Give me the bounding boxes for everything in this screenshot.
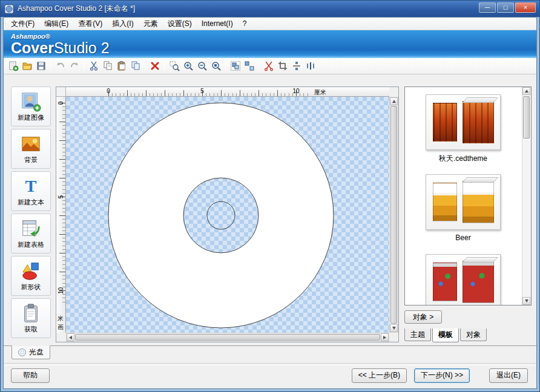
- objects-button[interactable]: 对象 >: [404, 310, 442, 324]
- ungroup-icon: [244, 60, 255, 71]
- footer: 帮助 << 上一步(B) 下一步(N) >> 退出(E): [4, 366, 536, 387]
- ruler-v-label-5: 5: [58, 193, 64, 201]
- tab-disc[interactable]: 光盘: [12, 345, 50, 359]
- ruler-ticks: [56, 103, 65, 302]
- tab-theme[interactable]: 主题: [404, 328, 431, 341]
- app-body: 文件(F) 编辑(E) 查看(V) 插入(I) 元素 设置(S) Interne…: [3, 17, 537, 389]
- trim-button[interactable]: [262, 59, 275, 73]
- template-list-scrollbar[interactable]: [522, 87, 531, 305]
- previous-step-button[interactable]: << 上一步(B): [352, 368, 407, 383]
- tab-template[interactable]: 模板: [432, 328, 459, 342]
- new-table-label: 新建表格: [18, 240, 44, 249]
- next-step-button[interactable]: 下一步(N) >>: [414, 368, 470, 383]
- new-shape-label: 新形状: [21, 283, 41, 292]
- new-image-button[interactable]: 新建图像: [11, 87, 51, 126]
- zoom-region-button[interactable]: [167, 59, 181, 73]
- menu-insert[interactable]: 插入(I): [107, 18, 138, 30]
- scroll-left-button[interactable]: [67, 333, 74, 341]
- exit-button[interactable]: 退出(E): [489, 368, 528, 383]
- scrollbar-thumb[interactable]: [390, 106, 397, 324]
- distribute-vertical-button[interactable]: [289, 59, 303, 73]
- save-button[interactable]: [34, 59, 48, 73]
- menu-help[interactable]: ?: [238, 18, 252, 29]
- acquire-button[interactable]: 获取: [11, 298, 51, 338]
- distribute-horizontal-button[interactable]: [303, 59, 317, 73]
- toolbar: [4, 58, 536, 74]
- new-image-label: 新建图像: [18, 113, 44, 122]
- case-3d-preview: [463, 181, 494, 223]
- panel-tabs: 主题 模板 对象: [404, 328, 532, 342]
- app-window: Ashampoo Cover Studio 2 [未命名 *] ─ □ × 文件…: [0, 0, 540, 392]
- ruler-v-char-hua: 画: [58, 323, 64, 332]
- ungroup-button[interactable]: [242, 59, 256, 73]
- brand-banner: Ashampoo® CoverStudio 2: [4, 30, 536, 58]
- save-icon: [36, 60, 47, 71]
- horizontal-ruler: 0 5 10 厘米: [66, 87, 389, 97]
- ruler-h-label-0: 0: [107, 88, 110, 94]
- tab-object[interactable]: 对象: [460, 328, 487, 341]
- scroll-up-button[interactable]: [390, 97, 398, 105]
- redo-icon: [69, 60, 80, 71]
- template-thumbnail: [426, 254, 501, 305]
- disc-design-canvas[interactable]: [66, 97, 389, 333]
- disc-hole-circle[interactable]: [207, 201, 235, 229]
- new-table-button[interactable]: 新建表格: [11, 214, 51, 253]
- scroll-right-button[interactable]: [381, 333, 389, 341]
- template-name: Beer: [455, 234, 470, 242]
- help-button[interactable]: 帮助: [11, 368, 50, 383]
- maximize-button[interactable]: □: [497, 2, 514, 13]
- duplicate-button[interactable]: [128, 59, 142, 73]
- minimize-button[interactable]: ─: [479, 2, 496, 13]
- scroll-up-button[interactable]: [522, 87, 530, 95]
- zoom-fit-icon: [211, 60, 222, 71]
- scroll-down-button[interactable]: [390, 324, 398, 332]
- brand-product-bold: Cover: [11, 39, 54, 56]
- canvas-horizontal-scrollbar[interactable]: [66, 333, 389, 342]
- group-button[interactable]: [228, 59, 242, 73]
- crop-button[interactable]: [275, 59, 289, 73]
- close-button[interactable]: ×: [515, 2, 536, 13]
- scroll-down-button[interactable]: [522, 297, 530, 305]
- delete-button[interactable]: [148, 59, 162, 73]
- svg-text:T: T: [25, 177, 37, 195]
- redo-button[interactable]: [67, 59, 81, 73]
- copy-button[interactable]: [100, 59, 114, 73]
- toolbar-separator: [258, 60, 259, 71]
- new-shape-button[interactable]: 新形状: [11, 256, 51, 296]
- new-text-button[interactable]: T 新建文本: [11, 171, 51, 211]
- cut-button[interactable]: [87, 59, 100, 73]
- template-item-beer[interactable]: Beer: [426, 174, 501, 242]
- arrow-down-icon: [392, 327, 396, 330]
- background-icon: [21, 134, 41, 154]
- app-icon: [4, 4, 14, 14]
- menu-elements[interactable]: 元素: [139, 18, 163, 30]
- new-button[interactable]: [6, 59, 20, 73]
- paste-button[interactable]: [114, 59, 128, 73]
- undo-button[interactable]: [53, 59, 67, 73]
- scrollbar-thumb[interactable]: [523, 96, 530, 139]
- toolbar-separator: [225, 60, 226, 71]
- menu-file[interactable]: 文件(F): [6, 18, 39, 30]
- zoom-out-icon: [197, 60, 208, 71]
- ruler-v-label-10: 10: [58, 287, 64, 295]
- background-button[interactable]: 背景: [11, 129, 51, 169]
- menu-view[interactable]: 查看(V): [73, 18, 107, 30]
- template-panel: 秋天.cedtheme Beer: [404, 87, 532, 342]
- zoom-out-button[interactable]: [195, 59, 209, 73]
- zoom-fit-button[interactable]: [209, 59, 223, 73]
- open-button[interactable]: [20, 59, 34, 73]
- canvas-vertical-scrollbar[interactable]: [389, 97, 398, 333]
- scrollbar-corner: [389, 333, 398, 342]
- new-image-icon: [21, 91, 41, 112]
- template-item-autumn[interactable]: 秋天.cedtheme: [426, 94, 501, 162]
- menu-internet[interactable]: Internet(I): [197, 18, 238, 29]
- scissors-icon: [88, 60, 99, 71]
- scrollbar-thumb[interactable]: [75, 334, 380, 341]
- template-item-red[interactable]: [426, 254, 501, 305]
- brand-product: CoverStudio 2: [11, 39, 110, 56]
- zoom-in-button[interactable]: [181, 59, 195, 73]
- new-text-label: 新建文本: [18, 198, 44, 207]
- menu-edit[interactable]: 编辑(E): [39, 18, 73, 30]
- menu-settings[interactable]: 设置(S): [163, 18, 197, 30]
- toolbar-separator: [84, 60, 84, 71]
